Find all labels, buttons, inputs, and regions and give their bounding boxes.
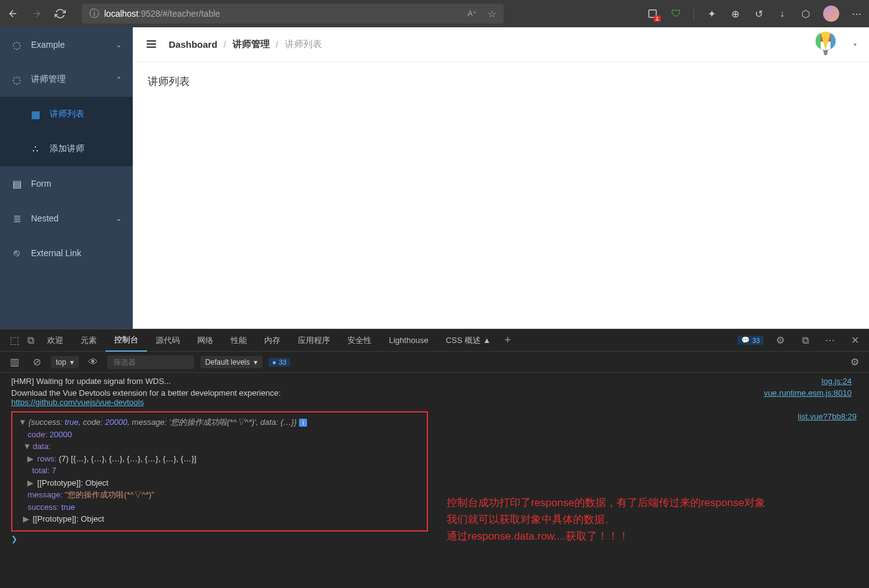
tab-css-overview[interactable]: CSS 概述 ▲ xyxy=(437,329,500,352)
object-prop[interactable]: ▼ data: xyxy=(19,440,421,453)
divider xyxy=(693,7,694,20)
tab-sources[interactable]: 源代码 xyxy=(147,329,189,352)
app-container: ◌ Example ⌄ ◌ 讲师管理 ⌃ ▦ 讲师列表 ⛬ 添加讲师 ▤ For… xyxy=(0,27,869,329)
page-content: 讲师列表 xyxy=(133,62,869,101)
tab-welcome[interactable]: 欢迎 xyxy=(38,329,72,352)
object-prop[interactable]: ▶ rows: (7) [{…}, {…}, {…}, {…}, {…}, {…… xyxy=(19,453,421,465)
list-icon: ▦ xyxy=(30,109,41,120)
tab-network[interactable]: 网络 xyxy=(189,329,222,352)
breadcrumb-item: 讲师列表 xyxy=(285,38,322,50)
tree-icon: ⛬ xyxy=(30,143,41,154)
forward-button[interactable] xyxy=(30,7,43,20)
more-icon[interactable]: ⋯ xyxy=(850,7,863,20)
devtools-tabs: ⬚ ⧉ 欢迎 元素 控制台 源代码 网络 性能 内存 应用程序 安全性 Ligh… xyxy=(0,329,869,352)
object-prop[interactable]: total: 7 xyxy=(19,465,421,477)
message-badge[interactable]: 💬 33 xyxy=(738,336,764,345)
chevron-down-icon[interactable]: ▾ xyxy=(853,41,857,48)
breadcrumb-item[interactable]: 讲师管理 xyxy=(233,38,270,50)
extension-icon[interactable]: 1 xyxy=(646,7,659,20)
clear-icon[interactable]: ⊘ xyxy=(29,354,45,370)
info-icon[interactable]: i xyxy=(299,419,307,427)
object-prop[interactable]: message: "您的操作成功啦(*^▽^*)" xyxy=(19,489,421,501)
levels-select[interactable]: Default levels ▾ xyxy=(200,356,262,368)
annotation-text: 控制台成功打印了response的数据，有了后端传过来的response对象 我… xyxy=(447,494,800,545)
close-icon[interactable]: ✕ xyxy=(847,332,863,349)
nested-icon: ≣ xyxy=(11,213,22,225)
tab-memory[interactable]: 内存 xyxy=(256,329,289,352)
sidebar-item-external[interactable]: ⎋ External Link xyxy=(0,236,133,270)
sidebar-item-example[interactable]: ◌ Example ⌄ xyxy=(0,27,133,62)
sidebar-toggle-icon[interactable]: ▥ xyxy=(6,354,22,370)
log-source-link[interactable]: vue.runtime.esm.js:8010 xyxy=(764,388,852,398)
profile-avatar[interactable] xyxy=(823,6,839,22)
tab-console[interactable]: 控制台 xyxy=(105,329,147,352)
favorites-icon[interactable]: ✦ xyxy=(705,7,718,20)
log-text: Download the Vue Devtools extension for … xyxy=(11,388,764,407)
console-toolbar: ▥ ⊘ top ▾ 👁 Default levels ▾ ● 33 ⚙ xyxy=(0,352,869,373)
refresh-button[interactable] xyxy=(53,7,67,20)
add-tab-icon[interactable]: + xyxy=(499,332,515,349)
tab-lighthouse[interactable]: Lighthouse xyxy=(380,329,437,352)
tab-security[interactable]: 安全性 xyxy=(339,329,380,352)
browser-toolbar: ⓘ localhost:9528/#/teacher/table A⁺ ☆ 1 … xyxy=(0,0,869,27)
log-source-link[interactable]: list.vue?7bb8:29 xyxy=(798,412,857,421)
object-prop[interactable]: ▶ [[Prototype]]: Object xyxy=(19,513,421,525)
gear-icon[interactable]: ⚙ xyxy=(772,332,788,349)
hamburger-icon[interactable] xyxy=(145,38,159,51)
back-button[interactable] xyxy=(6,7,20,20)
history-icon[interactable]: ↺ xyxy=(752,7,765,20)
sidebar-item-teacher-list[interactable]: ▦ 讲师列表 xyxy=(0,97,133,131)
gear-icon[interactable]: ⚙ xyxy=(847,354,863,370)
context-select[interactable]: top ▾ xyxy=(51,356,79,368)
main-content: Dashboard / 讲师管理 / 讲师列表 ▾ 讲师列表 xyxy=(133,27,869,329)
collections-icon[interactable]: ⊕ xyxy=(729,7,741,20)
sidebar-label: 讲师列表 xyxy=(50,109,84,120)
object-prop[interactable]: code: 20000 xyxy=(19,429,421,441)
object-prop[interactable]: success: true xyxy=(19,501,421,514)
topbar: Dashboard / 讲师管理 / 讲师列表 ▾ xyxy=(133,27,869,62)
device-icon[interactable]: ⧉ xyxy=(22,332,38,349)
devtools: ⬚ ⧉ 欢迎 元素 控制台 源代码 网络 性能 内存 应用程序 安全性 Ligh… xyxy=(0,329,869,588)
page-title: 讲师列表 xyxy=(148,74,854,89)
sidebar-item-teacher-add[interactable]: ⛬ 添加讲师 xyxy=(0,131,133,166)
sidebar-label: Nested xyxy=(31,213,58,223)
inspect-icon[interactable]: ⬚ xyxy=(6,332,22,349)
dock-icon[interactable]: ⧉ xyxy=(797,332,813,349)
object-summary[interactable]: ▼ {success: true, code: 20000, message: … xyxy=(19,416,421,429)
log-source-link[interactable]: log.js:24 xyxy=(822,376,852,386)
address-bar[interactable]: ⓘ localhost:9528/#/teacher/table A⁺ ☆ xyxy=(82,4,504,24)
star-icon[interactable]: ☆ xyxy=(488,8,496,20)
sidebar-item-nested[interactable]: ≣ Nested ⌄ xyxy=(0,201,133,236)
sidebar-item-form[interactable]: ▤ Form xyxy=(0,166,133,201)
badge: 1 xyxy=(654,16,661,22)
sidebar-label: 添加讲师 xyxy=(50,143,84,154)
info-icon[interactable]: ⓘ xyxy=(89,7,99,20)
chevron-down-icon: ⌄ xyxy=(116,41,122,49)
tab-application[interactable]: 应用程序 xyxy=(289,329,339,352)
tab-elements[interactable]: 元素 xyxy=(72,329,105,352)
more-icon[interactable]: ⋯ xyxy=(822,332,838,349)
downloads-icon[interactable]: ↓ xyxy=(776,7,788,20)
eye-icon[interactable]: 👁 xyxy=(85,354,101,370)
object-prop[interactable]: ▶ [[Prototype]]: Object xyxy=(19,477,421,489)
response-object-box: ▼ {success: true, code: 20000, message: … xyxy=(11,411,428,532)
chevron-down-icon: ⌄ xyxy=(116,215,122,223)
balloon-avatar[interactable] xyxy=(813,32,839,58)
tab-performance[interactable]: 性能 xyxy=(222,329,256,352)
form-icon: ▤ xyxy=(11,178,22,190)
shield-icon[interactable]: 🛡 xyxy=(670,7,682,20)
sidebar-item-teacher[interactable]: ◌ 讲师管理 ⌃ xyxy=(0,62,133,97)
filter-input[interactable] xyxy=(107,355,194,369)
log-link[interactable]: https://github.com/vuejs/vue-devtools xyxy=(11,398,144,407)
breadcrumb-item[interactable]: Dashboard xyxy=(169,39,217,50)
teacher-icon: ◌ xyxy=(11,74,22,86)
log-text: [HMR] Waiting for update signal from WDS… xyxy=(11,376,822,386)
extensions-icon[interactable]: ⬡ xyxy=(800,7,812,20)
read-aloud-icon[interactable]: A⁺ xyxy=(468,9,476,18)
issues-badge[interactable]: ● 33 xyxy=(269,358,290,367)
breadcrumb-sep: / xyxy=(276,39,279,50)
sidebar-label: 讲师管理 xyxy=(31,74,66,85)
log-entry: Download the Vue Devtools extension for … xyxy=(0,387,869,408)
breadcrumb: Dashboard / 讲师管理 / 讲师列表 xyxy=(169,38,322,50)
log-entry: [HMR] Waiting for update signal from WDS… xyxy=(0,375,869,387)
